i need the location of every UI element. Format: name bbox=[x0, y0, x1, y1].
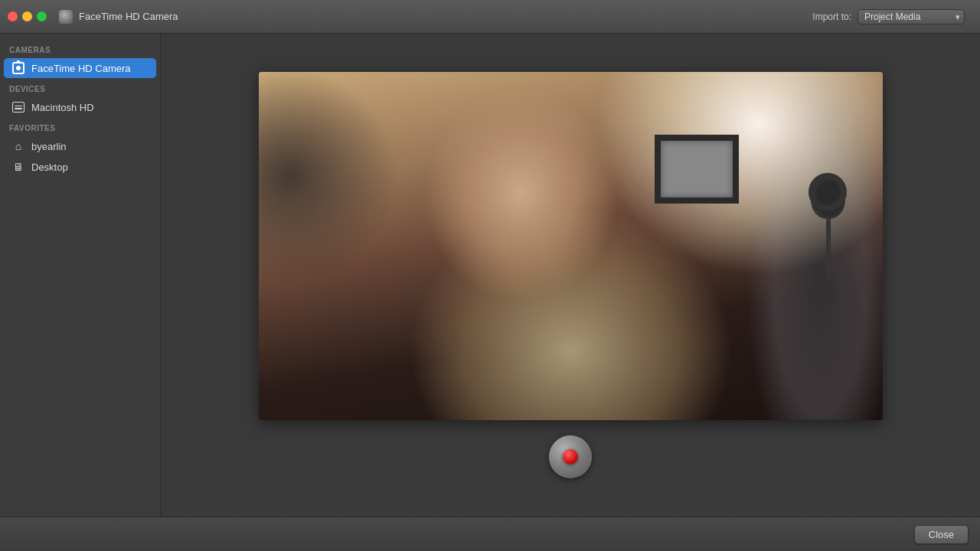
devices-section-label: DEVICES bbox=[0, 79, 160, 96]
record-button[interactable] bbox=[549, 435, 592, 478]
app-icon bbox=[59, 10, 73, 24]
import-label: Import to: bbox=[812, 11, 851, 22]
sidebar-item-desktop[interactable]: 🖥 Desktop bbox=[4, 157, 156, 177]
bottom-bar: Close bbox=[0, 517, 980, 551]
content-area bbox=[161, 34, 980, 517]
window-title: FaceTime HD Camera bbox=[79, 11, 806, 22]
record-button-container bbox=[549, 435, 592, 478]
sidebar-item-label-desktop: Desktop bbox=[31, 161, 68, 173]
camera-icon bbox=[11, 61, 25, 75]
window-controls bbox=[8, 11, 47, 21]
hdd-icon bbox=[11, 100, 25, 114]
import-select[interactable]: Project Media Desktop Documents bbox=[858, 9, 965, 24]
sidebar-item-label-facetime: FaceTime HD Camera bbox=[31, 63, 131, 74]
sidebar-item-byearlin[interactable]: ⌂ byearlin bbox=[4, 136, 156, 156]
sidebar-item-label-hdd: Macintosh HD bbox=[31, 102, 94, 113]
window-close-button[interactable] bbox=[8, 11, 18, 21]
camera-preview-container bbox=[259, 72, 883, 420]
microphone-silhouette bbox=[805, 177, 851, 330]
camera-preview bbox=[259, 72, 883, 420]
mic-ring bbox=[808, 173, 847, 211]
wall-frame-decoration bbox=[655, 135, 739, 204]
import-select-wrapper[interactable]: Project Media Desktop Documents bbox=[858, 9, 965, 24]
sidebar: CAMERAS FaceTime HD Camera DEVICES Macin… bbox=[0, 34, 161, 517]
main-layout: CAMERAS FaceTime HD Camera DEVICES Macin… bbox=[0, 34, 980, 517]
titlebar: FaceTime HD Camera Import to: Project Me… bbox=[0, 0, 980, 34]
desktop-icon: 🖥 bbox=[11, 160, 25, 174]
window-maximize-button[interactable] bbox=[37, 11, 47, 21]
sidebar-item-macintosh-hd[interactable]: Macintosh HD bbox=[4, 97, 156, 117]
preview-background bbox=[259, 72, 883, 420]
mic-stand bbox=[826, 219, 831, 280]
window-minimize-button[interactable] bbox=[22, 11, 32, 21]
sidebar-item-facetime-hd[interactable]: FaceTime HD Camera bbox=[4, 58, 156, 78]
favorites-section-label: FAVORITES bbox=[0, 118, 160, 135]
home-icon: ⌂ bbox=[11, 139, 25, 153]
import-area: Import to: Project Media Desktop Documen… bbox=[812, 9, 965, 24]
mic-head bbox=[811, 177, 845, 219]
sidebar-item-label-byearlin: byearlin bbox=[31, 141, 67, 152]
close-button[interactable]: Close bbox=[914, 525, 969, 544]
cameras-section-label: CAMERAS bbox=[0, 40, 160, 57]
